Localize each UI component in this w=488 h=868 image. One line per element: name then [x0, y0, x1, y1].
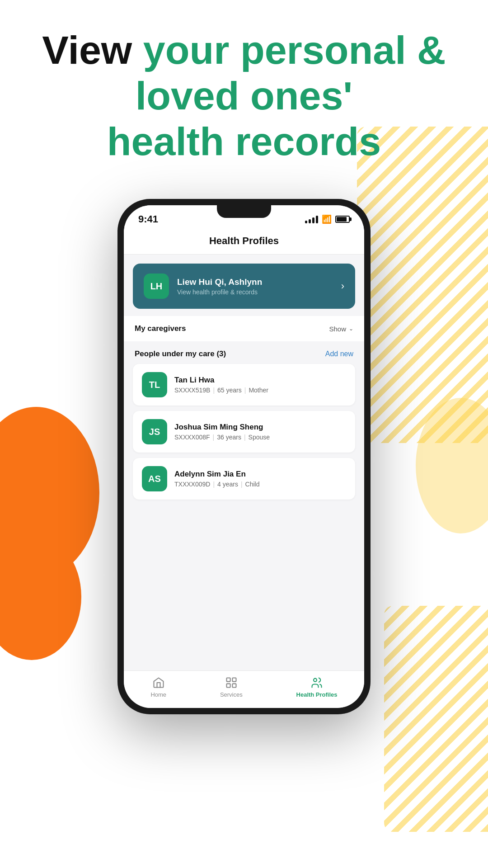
svg-rect-0 — [226, 678, 230, 682]
person-name-2: Joshua Sim Ming Sheng — [174, 423, 270, 432]
caregivers-title: My caregivers — [135, 324, 186, 333]
chevron-right-icon: › — [341, 280, 344, 292]
person-info-3: Adelynn Sim Jia En TXXXX009D|4 years|Chi… — [174, 470, 259, 488]
home-icon — [152, 676, 165, 689]
avatar-js: JS — [142, 419, 167, 444]
person-card-3[interactable]: AS Adelynn Sim Jia En TXXXX009D|4 years|… — [133, 458, 355, 500]
svg-rect-3 — [232, 684, 236, 687]
phone-screen: 9:41 📶 Health Profiles — [124, 205, 364, 708]
primary-profile-card[interactable]: LH Liew Hui Qi, Ashlynn View health prof… — [133, 264, 355, 309]
person-card-1[interactable]: TL Tan Li Hwa SXXXX519B|65 years|Mother — [133, 364, 355, 406]
svg-rect-1 — [232, 678, 236, 682]
status-icons: 📶 — [305, 214, 350, 224]
primary-profile-info: Liew Hui Qi, Ashlynn View health profile… — [177, 277, 262, 296]
nav-item-home[interactable]: Home — [150, 676, 166, 698]
health-profiles-icon — [310, 676, 323, 689]
primary-profile-subtitle: View health profile & records — [177, 288, 262, 296]
person-meta-2: SXXXX008F|36 years|Spouse — [174, 434, 270, 441]
person-info-2: Joshua Sim Ming Sheng SXXXX008F|36 years… — [174, 423, 270, 441]
hero-text-black: View — [42, 28, 132, 72]
phone-frame: 9:41 📶 Health Profiles — [117, 199, 371, 714]
person-name-1: Tan Li Hwa — [174, 376, 268, 385]
nav-item-health-profiles[interactable]: Health Profiles — [296, 676, 338, 698]
primary-profile-name: Liew Hui Qi, Ashlynn — [177, 277, 262, 287]
battery-icon — [335, 216, 350, 223]
nav-label-health-profiles: Health Profiles — [296, 691, 338, 698]
nav-item-services[interactable]: Services — [220, 676, 243, 698]
bottom-nav: Home Services — [124, 670, 364, 708]
wifi-icon: 📶 — [322, 214, 332, 224]
screen-content: LH Liew Hui Qi, Ashlynn View health prof… — [124, 255, 364, 670]
bg-yellow-stripes-bottom — [384, 606, 488, 832]
primary-avatar: LH — [144, 274, 169, 299]
phone-mockup: 9:41 📶 Health Profiles — [117, 199, 371, 714]
person-card-2[interactable]: JS Joshua Sim Ming Sheng SXXXX008F|36 ye… — [133, 411, 355, 453]
phone-notch — [217, 205, 271, 218]
avatar-as: AS — [142, 466, 167, 491]
hero-text-green: your personal &loved ones'health records — [107, 28, 446, 164]
screen-header: Health Profiles — [124, 230, 364, 255]
signal-icon — [305, 215, 318, 223]
people-section-title: People under my care (3) — [135, 349, 226, 359]
add-new-button[interactable]: Add new — [325, 350, 353, 358]
chevron-down-icon: ⌄ — [349, 326, 353, 332]
person-info-1: Tan Li Hwa SXXXX519B|65 years|Mother — [174, 376, 268, 394]
status-time: 9:41 — [138, 213, 158, 225]
svg-rect-2 — [226, 684, 230, 687]
person-name-3: Adelynn Sim Jia En — [174, 470, 259, 479]
show-caregivers-button[interactable]: Show ⌄ — [329, 325, 353, 333]
avatar-tl: TL — [142, 372, 167, 397]
person-meta-3: TXXXX009D|4 years|Child — [174, 481, 259, 488]
nav-label-services: Services — [220, 691, 243, 698]
bg-yellow-stripes-top — [357, 127, 488, 443]
show-label: Show — [329, 325, 346, 333]
services-icon — [225, 676, 238, 689]
screen-title: Health Profiles — [209, 235, 279, 246]
people-section-header: People under my care (3) Add new — [124, 341, 364, 364]
hero-section: View your personal &loved ones'health re… — [0, 27, 488, 165]
caregivers-section: My caregivers Show ⌄ — [124, 316, 364, 341]
people-section: People under my care (3) Add new TL Tan … — [124, 341, 364, 500]
svg-point-4 — [314, 679, 317, 682]
person-meta-1: SXXXX519B|65 years|Mother — [174, 387, 268, 394]
primary-profile-left: LH Liew Hui Qi, Ashlynn View health prof… — [144, 274, 262, 299]
nav-label-home: Home — [150, 691, 166, 698]
